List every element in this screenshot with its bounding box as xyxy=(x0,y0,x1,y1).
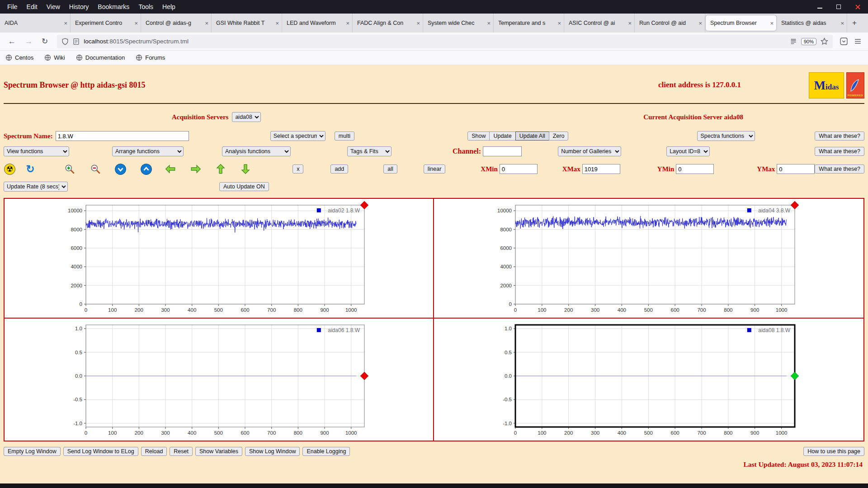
tab-led-waveform[interactable]: LED and Waveform× xyxy=(282,14,353,33)
save-to-pocket-icon[interactable] xyxy=(840,38,848,45)
bookmark-star-icon[interactable] xyxy=(821,38,828,45)
all-button[interactable]: all xyxy=(383,164,397,174)
linear-button[interactable]: linear xyxy=(424,164,446,174)
tab-close-icon[interactable]: × xyxy=(346,20,349,27)
tags-fits-dropdown[interactable]: Tags & Fits xyxy=(347,146,392,156)
update-rate-dropdown[interactable]: Update Rate (8 secs) xyxy=(4,182,68,192)
update-button[interactable]: Update xyxy=(489,131,515,141)
view-functions-dropdown[interactable]: View functions xyxy=(4,146,69,156)
tab-aida[interactable]: AIDA× xyxy=(0,14,71,33)
pan-left-button[interactable] xyxy=(164,163,177,175)
tab-temperature[interactable]: Temperature and s× xyxy=(494,14,564,33)
tab-close-icon[interactable]: × xyxy=(487,20,491,27)
tab-close-icon[interactable]: × xyxy=(628,20,632,27)
zoom-in-button[interactable] xyxy=(64,163,76,175)
spectrum-plot-aida08[interactable]: 01002003004005006007008009001000-1.0-0.5… xyxy=(434,319,863,441)
spectrum-plot-aida02[interactable]: 0100200300400500600700800900100002000400… xyxy=(5,199,434,319)
zoom-out-button[interactable] xyxy=(90,163,102,175)
what-are-these-button[interactable]: What are these? xyxy=(815,164,864,174)
tab-close-icon[interactable]: × xyxy=(64,20,67,27)
spectrum-plot-aida06[interactable]: 01002003004005006007008009001000-1.0-0.5… xyxy=(5,319,434,441)
refresh-button[interactable]: ↻ xyxy=(24,163,36,175)
tab-system-wide-check[interactable]: System wide Chec× xyxy=(423,14,494,33)
reader-view-icon[interactable] xyxy=(790,38,797,45)
new-tab-button[interactable]: + xyxy=(847,14,862,33)
pan-down-button[interactable] xyxy=(240,163,252,175)
update-all-button[interactable]: Update All xyxy=(515,131,549,141)
bookmark-documentation[interactable]: Documentation xyxy=(76,54,125,61)
tab-close-icon[interactable]: × xyxy=(416,20,420,27)
clear-spectra-button[interactable]: ☢ xyxy=(4,163,16,175)
tab-statistics[interactable]: Statistics @ aidas× xyxy=(777,14,847,33)
tab-close-icon[interactable]: × xyxy=(275,20,279,27)
how-to-use-button[interactable]: How to use this page xyxy=(803,447,864,456)
auto-update-button[interactable]: Auto Update ON xyxy=(219,182,269,191)
multi-button[interactable]: multi xyxy=(335,131,354,141)
menu-help[interactable]: Help xyxy=(158,3,180,10)
xmax-input[interactable] xyxy=(582,164,620,174)
tab-close-icon[interactable]: × xyxy=(205,20,208,27)
close-window-button[interactable] xyxy=(854,4,861,10)
reload-page-button[interactable]: Reload xyxy=(141,447,167,456)
menu-bookmarks[interactable]: Bookmarks xyxy=(93,3,134,10)
zoom-level-button[interactable]: 90% xyxy=(801,38,816,45)
zero-button[interactable]: Zero xyxy=(549,131,569,141)
enable-logging-button[interactable]: Enable Logging xyxy=(302,447,350,456)
tab-asic-control[interactable]: ASIC Control @ ai× xyxy=(564,14,635,33)
menu-edit[interactable]: Edit xyxy=(22,3,42,10)
scroll-down-button[interactable] xyxy=(114,163,127,175)
tab-close-icon[interactable]: × xyxy=(770,20,774,27)
tab-spectrum-browser[interactable]: Spectrum Browser× xyxy=(706,15,776,31)
tab-control-aidas[interactable]: Control @ aidas-g× xyxy=(141,14,212,33)
scroll-up-button[interactable] xyxy=(140,163,152,175)
show-log-window-button[interactable]: Show Log Window xyxy=(245,447,300,456)
ymin-input[interactable] xyxy=(676,164,714,174)
menu-history[interactable]: History xyxy=(65,3,94,10)
add-button[interactable]: add xyxy=(330,164,348,174)
channel-input[interactable] xyxy=(483,146,522,156)
menu-tools[interactable]: Tools xyxy=(134,3,158,10)
tab-close-icon[interactable]: × xyxy=(840,20,844,27)
layout-id-dropdown[interactable]: Layout ID=8 xyxy=(666,146,710,156)
x-button[interactable]: x xyxy=(292,164,303,174)
pan-right-button[interactable] xyxy=(189,163,202,175)
bookmark-forums[interactable]: Forums xyxy=(136,54,165,61)
acquisition-server-select[interactable]: aida08 xyxy=(232,112,261,122)
maximize-button[interactable] xyxy=(835,4,842,10)
shield-icon[interactable] xyxy=(61,38,69,45)
tab-gsi-white-rabbit[interactable]: GSI White Rabbit T× xyxy=(212,14,282,33)
show-button[interactable]: Show xyxy=(467,131,490,141)
forward-button[interactable]: → xyxy=(20,37,37,46)
empty-log-window-button[interactable]: Empty Log Window xyxy=(4,447,61,456)
spectrum-name-input[interactable] xyxy=(56,131,189,141)
tab-close-icon[interactable]: × xyxy=(698,20,702,27)
back-button[interactable]: ← xyxy=(4,37,20,46)
galleries-dropdown[interactable]: Number of Galleries xyxy=(558,146,621,156)
page-info-icon[interactable] xyxy=(73,38,80,45)
analysis-functions-dropdown[interactable]: Analysis functions xyxy=(222,146,291,156)
what-are-these-button[interactable]: What are these? xyxy=(815,147,864,156)
what-are-these-button[interactable]: What are these? xyxy=(815,131,864,141)
tab-run-control[interactable]: Run Control @ aid× xyxy=(635,14,705,33)
send-log-to-elog-button[interactable]: Send Log Window to ELog xyxy=(63,447,138,456)
tab-close-icon[interactable]: × xyxy=(134,20,138,27)
reload-button[interactable]: ↻ xyxy=(37,37,52,46)
url-bar[interactable]: localhost:8015/Spectrum/Spectrum.tml 90% xyxy=(57,35,833,48)
menu-file[interactable]: File xyxy=(3,3,22,10)
bookmark-centos[interactable]: Centos xyxy=(5,54,33,61)
xmin-input[interactable] xyxy=(500,164,538,174)
tab-close-icon[interactable]: × xyxy=(557,20,561,27)
ymax-input[interactable] xyxy=(777,164,815,174)
menu-view[interactable]: View xyxy=(42,3,65,10)
spectra-functions-dropdown[interactable]: Spectra functions xyxy=(697,131,755,141)
select-spectrum-dropdown[interactable]: Select a spectrum xyxy=(270,131,326,141)
minimize-button[interactable] xyxy=(816,4,823,10)
menu-icon[interactable] xyxy=(854,38,862,45)
spectrum-plot-aida04[interactable]: 0100200300400500600700800900100002000400… xyxy=(434,199,863,319)
arrange-functions-dropdown[interactable]: Arrange functions xyxy=(112,146,184,156)
reset-button[interactable]: Reset xyxy=(170,447,193,456)
tab-experiment-control[interactable]: Experiment Contro× xyxy=(71,14,141,33)
tab-fadc-align[interactable]: FADC Align & Con× xyxy=(353,14,423,33)
bookmark-wiki[interactable]: Wiki xyxy=(44,54,65,61)
show-variables-button[interactable]: Show Variables xyxy=(195,447,242,456)
